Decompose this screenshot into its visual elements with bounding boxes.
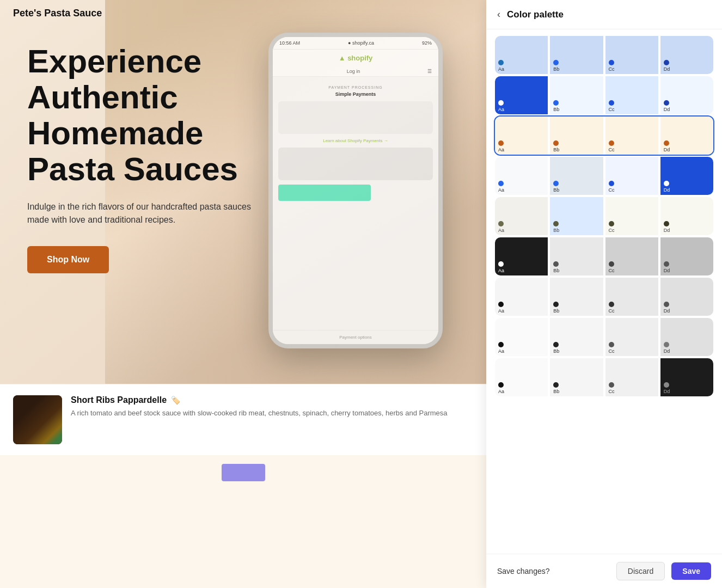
palette-cell-7-4[interactable]: Dd bbox=[660, 278, 713, 316]
palette-row-8[interactable]: AaBbCcDd bbox=[495, 318, 713, 356]
palette-cell-3-1[interactable]: Aa bbox=[495, 117, 548, 155]
palette-cell-9-4[interactable]: Dd bbox=[660, 358, 713, 396]
color-palette-panel: ‹ Color palette AaBbCcDdAaBbCcDdAaBbCcDd… bbox=[486, 0, 722, 588]
page-button-placeholder bbox=[222, 464, 265, 481]
panel-title: Color palette bbox=[507, 9, 564, 20]
palette-cell-1-4[interactable]: Dd bbox=[660, 36, 713, 74]
palette-row-9[interactable]: AaBbCcDd bbox=[495, 358, 713, 396]
palette-cell-6-4[interactable]: Dd bbox=[660, 237, 713, 275]
hero-section: 10:56 AM ● shopify.ca 92% ▲ shopify Log … bbox=[0, 0, 486, 384]
palette-row-3[interactable]: AaBbCcDd bbox=[495, 117, 713, 155]
palette-cell-4-1[interactable]: Aa bbox=[495, 157, 548, 195]
panel-header: ‹ Color palette bbox=[486, 0, 722, 29]
palette-cell-8-3[interactable]: Cc bbox=[605, 318, 658, 356]
product-image bbox=[13, 395, 62, 444]
site-title: Pete's Pasta Sauce bbox=[13, 8, 102, 19]
palette-cell-4-3[interactable]: Cc bbox=[605, 157, 658, 195]
palette-cell-3-3[interactable]: Cc bbox=[605, 117, 658, 155]
palette-cell-1-3[interactable]: Cc bbox=[605, 36, 658, 74]
palette-cell-4-2[interactable]: Bb bbox=[550, 157, 603, 195]
product-info: Short Ribs Pappardelle 🏷️ A rich tomato … bbox=[71, 395, 473, 418]
palette-list: AaBbCcDdAaBbCcDdAaBbCcDdAaBbCcDdAaBbCcDd… bbox=[486, 29, 722, 554]
palette-cell-5-4[interactable]: Dd bbox=[660, 197, 713, 235]
palette-cell-8-2[interactable]: Bb bbox=[550, 318, 603, 356]
hero-subtitle: Indulge in the rich flavors of our handc… bbox=[27, 200, 256, 226]
palette-cell-5-2[interactable]: Bb bbox=[550, 197, 603, 235]
save-button[interactable]: Save bbox=[671, 562, 711, 580]
back-button[interactable]: ‹ bbox=[497, 9, 500, 20]
hero-content: Experience Authentic Homemade Pasta Sauc… bbox=[27, 44, 299, 273]
palette-cell-6-2[interactable]: Bb bbox=[550, 237, 603, 275]
palette-cell-7-3[interactable]: Cc bbox=[605, 278, 658, 316]
palette-cell-1-2[interactable]: Bb bbox=[550, 36, 603, 74]
phone-card-area bbox=[278, 101, 433, 134]
palette-cell-3-2[interactable]: Bb bbox=[550, 117, 603, 155]
palette-cell-9-1[interactable]: Aa bbox=[495, 358, 548, 396]
product-item: Short Ribs Pappardelle 🏷️ A rich tomato … bbox=[13, 395, 473, 444]
palette-row-4[interactable]: AaBbCcDd bbox=[495, 157, 713, 195]
product-section: Short Ribs Pappardelle 🏷️ A rich tomato … bbox=[0, 384, 486, 455]
palette-cell-3-4[interactable]: Dd bbox=[660, 117, 713, 155]
product-description: A rich tomato and beef stock sauce with … bbox=[71, 408, 473, 418]
palette-cell-2-3[interactable]: Cc bbox=[605, 76, 658, 114]
palette-cell-6-1[interactable]: Aa bbox=[495, 237, 548, 275]
palette-cell-9-2[interactable]: Bb bbox=[550, 358, 603, 396]
palette-cell-1-1[interactable]: Aa bbox=[495, 36, 548, 74]
footer-question: Save changes? bbox=[497, 567, 550, 575]
palette-cell-4-4[interactable]: Dd bbox=[660, 157, 713, 195]
product-name: Short Ribs Pappardelle 🏷️ bbox=[71, 395, 473, 405]
palette-cell-9-3[interactable]: Cc bbox=[605, 358, 658, 396]
palette-row-6[interactable]: AaBbCcDd bbox=[495, 237, 713, 275]
palette-cell-8-4[interactable]: Dd bbox=[660, 318, 713, 356]
palette-cell-5-1[interactable]: Aa bbox=[495, 197, 548, 235]
shop-now-button[interactable]: Shop Now bbox=[27, 246, 109, 273]
palette-cell-2-1[interactable]: Aa bbox=[495, 76, 548, 114]
palette-cell-8-1[interactable]: Aa bbox=[495, 318, 548, 356]
phone-footer: Payment options bbox=[273, 330, 438, 344]
palette-cell-2-4[interactable]: Dd bbox=[660, 76, 713, 114]
palette-cell-7-2[interactable]: Bb bbox=[550, 278, 603, 316]
palette-cell-5-3[interactable]: Cc bbox=[605, 197, 658, 235]
product-tag-icon: 🏷️ bbox=[171, 396, 180, 405]
palette-row-2[interactable]: AaBbCcDd bbox=[495, 76, 713, 114]
palette-row-5[interactable]: AaBbCcDd bbox=[495, 197, 713, 235]
discard-button[interactable]: Discard bbox=[616, 562, 665, 580]
palette-row-7[interactable]: AaBbCcDd bbox=[495, 278, 713, 316]
palette-row-1[interactable]: AaBbCcDd bbox=[495, 36, 713, 74]
palette-cell-6-3[interactable]: Cc bbox=[605, 237, 658, 275]
palette-cell-7-1[interactable]: Aa bbox=[495, 278, 548, 316]
page-bottom bbox=[0, 455, 486, 490]
site-header: Pete's Pasta Sauce bbox=[0, 0, 486, 27]
palette-cell-2-2[interactable]: Bb bbox=[550, 76, 603, 114]
panel-footer: Save changes? Discard Save bbox=[486, 554, 722, 588]
hero-title: Experience Authentic Homemade Pasta Sauc… bbox=[27, 44, 299, 187]
